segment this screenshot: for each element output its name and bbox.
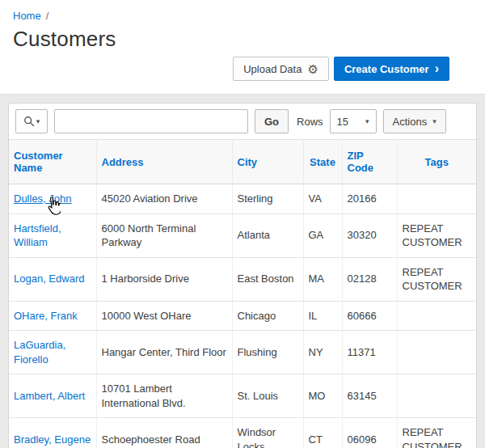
address-cell: Hangar Center, Third Floor <box>96 331 232 374</box>
city-cell: Atlanta <box>232 213 303 257</box>
tags-cell: REPEAT CUSTOMER <box>397 213 476 257</box>
state-cell: GA <box>303 213 342 257</box>
tags-cell <box>397 184 476 214</box>
column-header-state[interactable]: State <box>303 140 342 184</box>
tags-cell: REPEAT CUSTOMER <box>397 418 476 448</box>
customer-name-link[interactable]: Logan, Edward <box>14 273 84 285</box>
breadcrumb-separator: / <box>46 10 49 22</box>
table-header-row: Customer Name Address City State ZIP Cod… <box>9 140 476 184</box>
column-header-tags[interactable]: Tags <box>397 140 476 184</box>
customer-name-link[interactable]: Bradley, Eugene <box>14 433 91 446</box>
content-region: ▾ Go Rows 15 ▾ Actions ▾ <box>0 94 485 448</box>
gear-icon: ⚙ <box>307 63 318 75</box>
city-cell: Flushing <box>232 331 303 374</box>
address-cell: 6000 North Terminal Parkway <box>96 213 232 257</box>
state-cell: MA <box>303 257 342 301</box>
chevron-right-icon: › <box>435 62 439 75</box>
column-header-address[interactable]: Address <box>96 140 232 184</box>
table-row: Bradley, Eugene Schoephoester Road Winds… <box>9 418 476 448</box>
rows-select-value: 15 <box>337 116 348 128</box>
table-row: Dulles, John 45020 Aviation Drive Sterli… <box>9 184 476 214</box>
tags-cell <box>397 331 476 374</box>
zip-cell: 20166 <box>342 184 397 214</box>
customer-name-link[interactable]: LaGuardia, Fiorello <box>14 339 65 366</box>
actions-button[interactable]: Actions ▾ <box>383 109 446 133</box>
chevron-down-icon: ▾ <box>432 117 436 125</box>
rows-label: Rows <box>297 116 323 128</box>
search-icon <box>23 116 35 127</box>
report-toolbar: ▾ Go Rows 15 ▾ Actions ▾ <box>9 104 476 139</box>
city-cell: East Boston <box>232 257 303 301</box>
create-customer-label: Create Customer <box>344 63 429 75</box>
create-customer-button[interactable]: Create Customer › <box>334 57 449 81</box>
city-cell: St. Louis <box>232 374 303 418</box>
table-row: Lambert, Albert 10701 Lambert Internatio… <box>9 374 476 418</box>
breadcrumb: Home/ <box>13 10 472 22</box>
state-cell: VA <box>303 184 342 214</box>
chevron-down-icon: ▾ <box>365 117 369 125</box>
address-cell: 10701 Lambert International Blvd. <box>96 374 232 418</box>
column-header-customer-name[interactable]: Customer Name <box>9 140 96 184</box>
zip-cell: 63145 <box>342 374 397 418</box>
upload-data-label: Upload Data <box>243 63 302 75</box>
report-card: ▾ Go Rows 15 ▾ Actions ▾ <box>8 103 477 448</box>
state-cell: IL <box>303 301 342 331</box>
city-cell: Chicago <box>232 301 303 331</box>
page-header: Home/ Customers Upload Data ⚙ Create Cus… <box>0 0 485 94</box>
go-button[interactable]: Go <box>255 109 289 133</box>
tags-cell <box>397 374 476 418</box>
search-input[interactable] <box>54 109 248 133</box>
city-cell: Windsor Locks <box>232 418 303 448</box>
customer-name-link[interactable]: Dulles, John <box>14 192 72 205</box>
column-header-zip-code[interactable]: ZIP Code <box>342 140 397 184</box>
state-cell: NY <box>303 331 342 374</box>
zip-cell: 06096 <box>342 418 397 448</box>
tags-cell <box>397 301 476 331</box>
rows-select[interactable]: 15 ▾ <box>330 109 377 133</box>
search-options-button[interactable]: ▾ <box>15 109 48 133</box>
customer-name-link[interactable]: Lambert, Albert <box>14 390 85 402</box>
actions-label: Actions <box>393 116 428 128</box>
address-cell: 10000 West OHare <box>96 301 232 331</box>
customer-name-link[interactable]: OHare, Frank <box>14 310 78 322</box>
address-cell: Schoephoester Road <box>96 418 232 448</box>
zip-cell: 30320 <box>342 213 397 257</box>
city-cell: Sterling <box>232 184 303 214</box>
table-row: Hartsfield, William 6000 North Terminal … <box>9 213 476 257</box>
state-cell: MO <box>303 374 342 418</box>
upload-data-button[interactable]: Upload Data ⚙ <box>233 57 329 81</box>
address-cell: 45020 Aviation Drive <box>96 184 232 214</box>
tags-cell: REPEAT CUSTOMER <box>397 257 476 301</box>
zip-cell: 60666 <box>342 301 397 331</box>
header-buttons: Upload Data ⚙ Create Customer › <box>13 52 472 94</box>
customers-page: Home/ Customers Upload Data ⚙ Create Cus… <box>0 0 485 448</box>
table-row: Logan, Edward 1 Harborside Drive East Bo… <box>9 257 476 301</box>
state-cell: CT <box>303 418 342 448</box>
customers-table: Customer Name Address City State ZIP Cod… <box>9 139 476 448</box>
table-row: OHare, Frank 10000 West OHare Chicago IL… <box>9 301 476 331</box>
customer-name-link[interactable]: Hartsfield, William <box>14 222 61 249</box>
chevron-down-icon: ▾ <box>36 117 40 125</box>
breadcrumb-home-link[interactable]: Home <box>13 10 41 22</box>
zip-cell: 11371 <box>342 331 397 374</box>
address-cell: 1 Harborside Drive <box>96 257 232 301</box>
table-row: LaGuardia, Fiorello Hangar Center, Third… <box>9 331 476 374</box>
zip-cell: 02128 <box>342 257 397 301</box>
column-header-city[interactable]: City <box>232 140 303 184</box>
page-title: Customers <box>13 27 472 52</box>
